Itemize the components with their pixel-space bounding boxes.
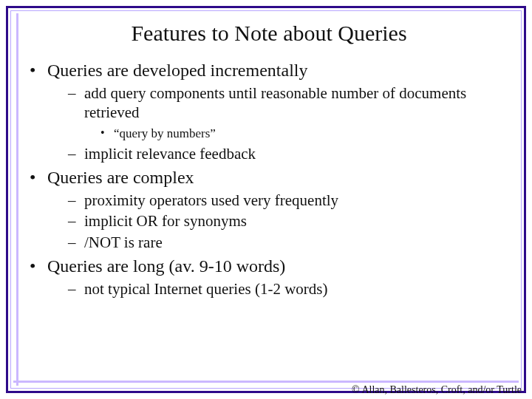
sub-bullet-text: /NOT is rare (84, 233, 163, 251)
sub-bullet-text: add query components until reasonable nu… (84, 84, 466, 121)
bullet-item: Queries are long (av. 9-10 words) not ty… (28, 256, 510, 299)
sub-bullet-text: proximity operators used very frequently (84, 191, 338, 209)
footer-credit: © Allan, Ballesteros, Croft, and/or Turt… (352, 384, 522, 396)
sub-bullet-item: not typical Internet queries (1-2 words) (68, 279, 510, 299)
sub-bullet-text: implicit OR for synonyms (84, 212, 247, 230)
bullet-item: Queries are complex proximity operators … (28, 168, 510, 252)
bullet-list: Queries are developed incrementally add … (28, 61, 510, 299)
bullet-text: Queries are developed incrementally (47, 61, 308, 80)
slide-title: Features to Note about Queries (28, 21, 510, 46)
subsub-bullet-text: “query by numbers” (114, 126, 216, 140)
decorative-line-vertical (16, 13, 18, 386)
sub-bullet-text: implicit relevance feedback (84, 145, 256, 163)
bullet-subsublist: “query by numbers” (84, 126, 510, 141)
sub-bullet-item: /NOT is rare (68, 233, 510, 252)
subsub-bullet-item: “query by numbers” (100, 126, 510, 141)
bullet-sublist: add query components until reasonable nu… (47, 83, 510, 163)
decorative-line-horizontal (13, 381, 519, 383)
sub-bullet-item: add query components until reasonable nu… (68, 83, 510, 141)
sub-bullet-text: not typical Internet queries (1-2 words) (84, 280, 327, 298)
bullet-sublist: not typical Internet queries (1-2 words) (47, 279, 510, 299)
bullet-text: Queries are complex (47, 168, 194, 187)
sub-bullet-item: implicit OR for synonyms (68, 211, 510, 231)
sub-bullet-item: implicit relevance feedback (68, 144, 510, 163)
slide-content: Features to Note about Queries Queries a… (28, 21, 510, 374)
bullet-text: Queries are long (av. 9-10 words) (47, 256, 285, 276)
sub-bullet-item: proximity operators used very frequently (68, 191, 510, 210)
bullet-sublist: proximity operators used very frequently… (47, 191, 510, 252)
bullet-item: Queries are developed incrementally add … (28, 61, 510, 163)
